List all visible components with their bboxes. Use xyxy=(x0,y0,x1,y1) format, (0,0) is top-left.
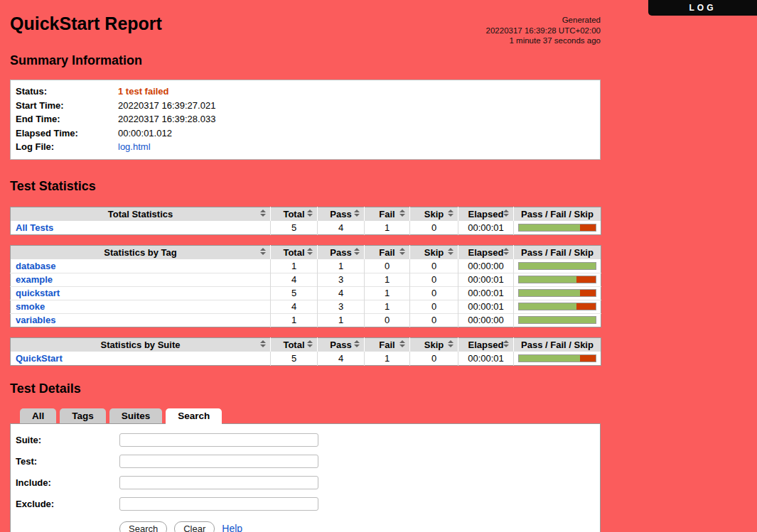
pass-bar-segment xyxy=(519,290,580,296)
suite-input[interactable] xyxy=(119,433,318,447)
test-input[interactable] xyxy=(119,455,318,468)
total-column-header[interactable]: Total xyxy=(271,207,318,221)
sort-icon xyxy=(448,340,453,349)
stat-row: example 4 3 1 0 00:00:01 xyxy=(11,273,601,286)
sort-icon xyxy=(503,340,509,349)
sort-icon xyxy=(354,210,360,218)
pass-column-header[interactable]: Pass xyxy=(318,245,365,259)
fail-column-header[interactable]: Fail xyxy=(365,245,410,259)
elapsed-cell: 00:00:01 xyxy=(458,300,514,313)
skip-cell: 0 xyxy=(410,352,458,365)
total-cell: 5 xyxy=(271,286,318,300)
summary-row-status: Status: 1 test failed xyxy=(11,85,600,99)
generated-ago: 1 minute 37 seconds ago xyxy=(486,36,601,46)
summary-label: Elapsed Time: xyxy=(11,128,118,139)
elapsed-column-header[interactable]: Elapsed xyxy=(458,207,514,221)
form-row-exclude: Exclude: xyxy=(16,496,600,512)
statistics-heading: Test Statistics xyxy=(0,160,757,194)
skip-cell: 0 xyxy=(410,259,458,273)
clear-button[interactable]: Clear xyxy=(174,521,215,532)
fail-bar-segment xyxy=(576,276,596,283)
tag-link[interactable]: smoke xyxy=(16,301,45,312)
help-link[interactable]: Help xyxy=(222,523,242,532)
end-time-value: 20220317 16:39:28.033 xyxy=(118,114,215,124)
generated-time: 20220317 16:39:28 UTC+02:00 xyxy=(486,26,601,36)
pass-fail-bar xyxy=(514,273,601,286)
elapsed-cell: 00:00:00 xyxy=(458,313,514,327)
total-cell: 1 xyxy=(271,313,318,327)
pass-cell: 4 xyxy=(318,352,365,365)
sort-icon xyxy=(503,210,509,218)
pass-cell: 1 xyxy=(318,259,365,273)
skip-column-header[interactable]: Skip xyxy=(410,207,458,221)
pass-column-header[interactable]: Pass xyxy=(318,207,365,221)
sort-icon xyxy=(399,340,405,349)
total-statistics-table: Total Statistics Total Pass Fail Skip El… xyxy=(10,207,601,235)
stat-row: smoke 4 3 1 0 00:00:01 xyxy=(11,300,601,313)
sort-icon xyxy=(503,248,509,256)
table-title-header[interactable]: Statistics by Tag xyxy=(11,245,271,259)
total-cell: 5 xyxy=(271,221,318,234)
skip-cell: 0 xyxy=(410,273,458,286)
log-button[interactable]: LOG xyxy=(648,0,757,16)
pass-column-header[interactable]: Pass xyxy=(318,337,365,352)
sort-icon xyxy=(260,248,266,256)
tag-link[interactable]: variables xyxy=(16,315,55,325)
total-cell: 1 xyxy=(271,259,318,273)
table-header-row: Statistics by Suite Total Pass Fail Skip… xyxy=(11,337,601,352)
form-row-suite: Suite: xyxy=(16,432,600,448)
stat-name-link[interactable]: All Tests xyxy=(16,222,53,233)
elapsed-column-header[interactable]: Elapsed xyxy=(458,245,514,259)
search-button[interactable]: Search xyxy=(119,521,167,532)
fail-column-header[interactable]: Fail xyxy=(365,207,410,221)
skip-column-header[interactable]: Skip xyxy=(410,337,458,352)
sort-icon xyxy=(399,210,405,218)
table-title-header[interactable]: Total Statistics xyxy=(11,207,271,221)
fail-column-header[interactable]: Fail xyxy=(365,337,410,352)
stat-row: QuickStart 5 4 1 0 00:00:01 xyxy=(11,352,601,365)
pass-fail-bar xyxy=(514,221,601,234)
suite-field-label: Suite: xyxy=(16,435,119,445)
details-tabs: All Tags Suites Search xyxy=(20,408,757,423)
suite-link[interactable]: QuickStart xyxy=(16,353,63,364)
total-cell: 4 xyxy=(271,273,318,286)
pass-fail-bar xyxy=(514,286,601,300)
pass-bar-segment xyxy=(519,303,576,310)
tab-search[interactable]: Search xyxy=(166,408,222,424)
summary-row-log-file: Log File: log.html xyxy=(11,140,600,154)
fail-bar-segment xyxy=(580,224,596,231)
elapsed-column-header[interactable]: Elapsed xyxy=(458,337,514,352)
table-header-row: Statistics by Tag Total Pass Fail Skip E… xyxy=(11,245,601,259)
graph-column-header: Pass / Fail / Skip xyxy=(514,207,601,221)
skip-cell: 0 xyxy=(410,313,458,327)
skip-cell: 0 xyxy=(410,286,458,300)
fail-bar-segment xyxy=(576,303,596,310)
tab-tags[interactable]: Tags xyxy=(60,408,106,423)
tag-link[interactable]: quickstart xyxy=(16,288,60,298)
fail-cell: 1 xyxy=(365,273,410,286)
search-panel: Suite: Test: Include: Exclude: Search Cl… xyxy=(10,423,601,532)
tag-link[interactable]: database xyxy=(16,261,55,271)
total-column-header[interactable]: Total xyxy=(271,245,318,259)
exclude-input[interactable] xyxy=(119,497,318,511)
tab-all[interactable]: All xyxy=(20,408,56,423)
table-title-header[interactable]: Statistics by Suite xyxy=(11,337,271,352)
include-field-label: Include: xyxy=(16,477,119,488)
fail-cell: 0 xyxy=(365,313,410,327)
include-input[interactable] xyxy=(119,476,318,489)
tab-suites[interactable]: Suites xyxy=(109,408,163,423)
summary-row-start-time: Start Time: 20220317 16:39:27.021 xyxy=(11,99,600,113)
exclude-field-label: Exclude: xyxy=(16,499,119,509)
tag-link[interactable]: example xyxy=(16,274,53,285)
pass-bar-segment xyxy=(519,224,580,231)
sort-icon xyxy=(307,248,313,256)
graph-column-header: Pass / Fail / Skip xyxy=(514,337,601,352)
pass-bar-segment xyxy=(519,276,576,283)
skip-column-header[interactable]: Skip xyxy=(410,245,458,259)
total-column-header[interactable]: Total xyxy=(271,337,318,352)
pass-cell: 4 xyxy=(318,286,365,300)
sort-icon xyxy=(354,340,360,349)
sort-icon xyxy=(307,340,313,349)
pass-cell: 3 xyxy=(318,273,365,286)
log-file-link[interactable]: log.html xyxy=(118,141,151,152)
